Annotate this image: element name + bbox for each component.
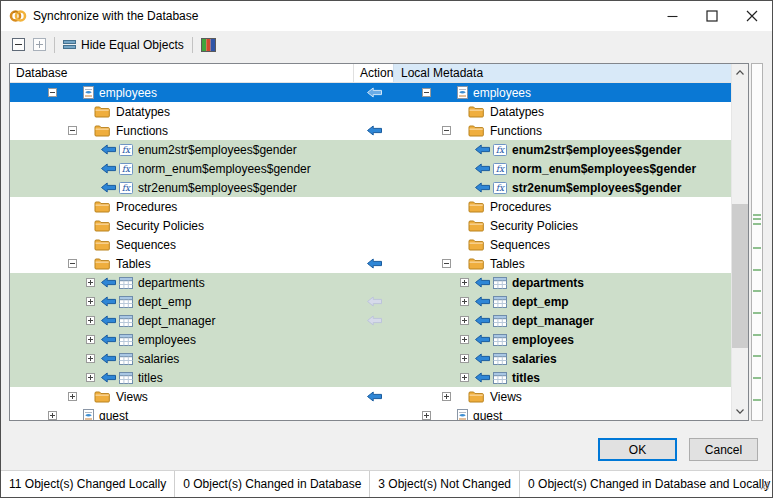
changed-object-tick <box>753 377 761 379</box>
tree-left-cell: dept_manager <box>10 311 354 330</box>
tree-row[interactable]: FunctionsFunctions <box>10 121 731 140</box>
color-legend-icon <box>201 38 216 52</box>
expand-icon[interactable] <box>460 297 469 306</box>
folder-icon <box>94 390 110 403</box>
tree-row[interactable]: SequencesSequences <box>10 235 731 254</box>
collapse-icon[interactable] <box>68 259 77 268</box>
tree-right-cell: employees <box>394 83 731 102</box>
hide-equal-objects-button[interactable]: Hide Equal Objects <box>59 34 188 55</box>
tree-row[interactable]: employeesemployees <box>10 330 731 349</box>
tree-right-cell: Security Policies <box>394 216 731 235</box>
collapse-icon[interactable] <box>442 126 451 135</box>
expand-icon[interactable] <box>460 278 469 287</box>
object-label: Datatypes <box>490 105 544 119</box>
expand-icon[interactable] <box>422 411 431 420</box>
action-cell[interactable] <box>354 254 394 273</box>
vertical-scrollbar[interactable] <box>731 64 748 420</box>
cancel-button[interactable]: Cancel <box>689 438 758 461</box>
function-icon: fx <box>493 182 507 194</box>
tree-row[interactable]: dept_empdept_emp <box>10 292 731 311</box>
tree-row[interactable]: DatatypesDatatypes <box>10 102 731 121</box>
object-label: dept_emp <box>138 295 191 309</box>
object-label: Tables <box>116 257 151 271</box>
svg-text:fx: fx <box>496 183 505 193</box>
action-cell[interactable] <box>354 83 394 102</box>
tree-left-cell: fxnorm_enum$employees$gender <box>10 159 354 178</box>
tree-row[interactable]: ViewsViews <box>10 387 731 406</box>
tree-row[interactable]: dept_managerdept_manager <box>10 311 731 330</box>
toolbar: Hide Equal Objects <box>1 31 772 58</box>
action-cell <box>354 330 394 349</box>
tree-row[interactable]: titlestitles <box>10 368 731 387</box>
tree-row[interactable]: Security PoliciesSecurity Policies <box>10 216 731 235</box>
tree-row[interactable]: guestguest <box>10 406 731 420</box>
action-cell[interactable] <box>354 292 394 311</box>
column-header-action: Action <box>354 64 394 82</box>
expand-all-button[interactable] <box>29 34 50 55</box>
color-legend-button[interactable] <box>197 34 220 55</box>
action-cell[interactable] <box>354 121 394 140</box>
ok-button[interactable]: OK <box>598 438 677 461</box>
expand-icon[interactable] <box>48 411 57 420</box>
tree-row[interactable]: fxenum2str$employees$genderfxenum2str$em… <box>10 140 731 159</box>
collapse-all-button[interactable] <box>8 34 29 55</box>
resize-grip[interactable] <box>760 476 769 494</box>
window-controls <box>652 1 772 31</box>
tree-row[interactable]: salariessalaries <box>10 349 731 368</box>
status-segment: 0 Object(s) Changed in Database <box>175 471 370 497</box>
maximize-button[interactable] <box>692 1 732 31</box>
expand-icon[interactable] <box>86 335 95 344</box>
tree-row[interactable]: departmentsdepartments <box>10 273 731 292</box>
tree-right-cell: guest <box>394 406 731 420</box>
sync-direction-arrow-icon <box>367 315 382 326</box>
tree-row[interactable]: ProceduresProcedures <box>10 197 731 216</box>
expand-icon[interactable] <box>86 278 95 287</box>
tree-row[interactable]: fxnorm_enum$employees$genderfxnorm_enum$… <box>10 159 731 178</box>
scroll-down-button[interactable] <box>732 403 748 420</box>
expand-icon[interactable] <box>460 335 469 344</box>
scrollbar-thumb[interactable] <box>732 204 748 348</box>
tree-left-cell: dept_emp <box>10 292 354 311</box>
minimize-button[interactable] <box>652 1 692 31</box>
collapse-icon[interactable] <box>422 88 431 97</box>
tree-row[interactable]: fxstr2enum$employees$genderfxstr2enum$em… <box>10 178 731 197</box>
tree-left-cell: fxstr2enum$employees$gender <box>10 178 354 197</box>
expand-icon[interactable] <box>460 316 469 325</box>
expand-icon[interactable] <box>460 354 469 363</box>
change-direction-arrow-icon <box>475 315 490 326</box>
object-label: dept_emp <box>512 295 569 309</box>
collapse-icon[interactable] <box>68 126 77 135</box>
tree-left-cell: Tables <box>10 254 354 273</box>
action-cell[interactable] <box>354 387 394 406</box>
tree-right-cell: dept_manager <box>394 311 731 330</box>
object-label: dept_manager <box>138 314 215 328</box>
collapse-icon[interactable] <box>442 259 451 268</box>
expand-icon[interactable] <box>86 354 95 363</box>
object-label: Sequences <box>116 238 176 252</box>
sync-icon <box>9 8 27 24</box>
folder-icon <box>468 105 484 118</box>
object-label: employees <box>99 86 157 100</box>
folder-icon <box>94 124 110 137</box>
action-cell[interactable] <box>354 311 394 330</box>
tree-row[interactable]: TablesTables <box>10 254 731 273</box>
sync-direction-arrow-icon <box>367 258 382 269</box>
expand-icon[interactable] <box>86 316 95 325</box>
collapse-icon[interactable] <box>48 88 57 97</box>
scroll-up-button[interactable] <box>732 64 748 81</box>
expand-icon[interactable] <box>86 297 95 306</box>
expand-icon[interactable] <box>442 392 451 401</box>
object-label: Functions <box>490 124 542 138</box>
tree-row[interactable]: employeesemployees <box>10 83 731 102</box>
toolbar-separator <box>192 37 193 53</box>
folder-icon <box>468 124 484 137</box>
change-direction-arrow-icon <box>101 182 116 193</box>
close-button[interactable] <box>732 1 772 31</box>
object-label: guest <box>99 409 128 421</box>
tree-right-cell: Functions <box>394 121 731 140</box>
expand-icon[interactable] <box>460 373 469 382</box>
tree-left-cell: Sequences <box>10 235 354 254</box>
expand-icon[interactable] <box>68 392 77 401</box>
object-label: Procedures <box>490 200 551 214</box>
expand-icon[interactable] <box>86 373 95 382</box>
